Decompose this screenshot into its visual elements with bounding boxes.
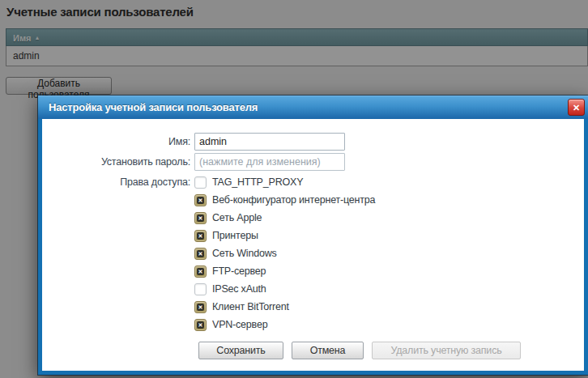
- checkbox-x-icon: ✕: [197, 214, 204, 222]
- permission-label: FTP-сервер: [212, 265, 266, 277]
- dialog-button-row: Сохранить Отмена Удалить учетную запись: [198, 342, 584, 359]
- permission-row[interactable]: ✕ TAG_HTTP_PROXY: [194, 173, 375, 191]
- access-rights-label: Права доступа:: [42, 173, 194, 333]
- cancel-button[interactable]: Отмена: [292, 342, 364, 359]
- permission-row[interactable]: ✕ Принтеры: [194, 227, 375, 244]
- permission-row[interactable]: ✕ Веб-конфигуратор интернет-центра: [194, 191, 375, 209]
- checkbox-x-icon: ✕: [197, 250, 204, 257]
- permissions-list: ✕ TAG_HTTP_PROXY ✕ Веб-конфигуратор инте…: [194, 173, 375, 333]
- permission-label: Сеть Windows: [212, 248, 277, 259]
- password-field-row: Установить пароль:: [42, 153, 584, 171]
- permission-row[interactable]: ✕ Клиент BitTorrent: [194, 298, 375, 316]
- checkbox[interactable]: ✕: [194, 212, 207, 224]
- close-icon: ✕: [573, 103, 580, 113]
- checkbox[interactable]: ✕: [194, 319, 207, 331]
- dialog-title: Настройка учетной записи пользователя: [38, 96, 588, 118]
- checkbox-x-icon: ✕: [197, 232, 204, 240]
- checkbox-x-icon: ✕: [197, 197, 204, 204]
- name-label: Имя:: [42, 133, 194, 151]
- permission-label: Принтеры: [212, 230, 258, 241]
- name-field-row: Имя:: [42, 133, 584, 151]
- checkbox[interactable]: ✕: [194, 194, 207, 206]
- permission-row[interactable]: ✕ IPSec xAuth: [194, 280, 375, 298]
- permission-row[interactable]: ✕ Сеть Windows: [194, 244, 375, 262]
- checkbox[interactable]: ✕: [194, 248, 207, 260]
- permission-label: Веб-конфигуратор интернет-центра: [212, 194, 375, 206]
- permission-label: IPSec xAuth: [212, 283, 266, 295]
- checkbox[interactable]: ✕: [194, 265, 207, 278]
- delete-account-button: Удалить учетную запись: [372, 342, 521, 359]
- checkbox-x-icon: ✕: [197, 268, 204, 275]
- password-label: Установить пароль:: [42, 153, 194, 171]
- permission-label: Сеть Apple: [212, 212, 262, 223]
- permission-label: Клиент BitTorrent: [212, 301, 289, 312]
- dialog-titlebar: Настройка учетной записи пользователя ✕: [38, 96, 588, 119]
- password-input[interactable]: [194, 153, 345, 171]
- permission-label: VPN-сервер: [212, 319, 267, 330]
- save-button[interactable]: Сохранить: [198, 342, 283, 359]
- checkbox-x-icon: ✕: [197, 304, 204, 311]
- dialog-body: Имя: Установить пароль: Права доступа: ✕…: [42, 119, 584, 371]
- close-button[interactable]: ✕: [568, 99, 585, 116]
- name-input[interactable]: [194, 133, 345, 151]
- permission-row[interactable]: ✕ VPN-сервер: [194, 316, 375, 333]
- permission-label: TAG_HTTP_PROXY: [212, 176, 303, 188]
- permission-row[interactable]: ✕ FTP-сервер: [194, 262, 375, 280]
- access-rights-row: Права доступа: ✕ TAG_HTTP_PROXY ✕ Веб-ко…: [42, 173, 584, 333]
- checkbox[interactable]: ✕: [194, 283, 207, 295]
- checkbox[interactable]: ✕: [194, 230, 207, 242]
- permission-row[interactable]: ✕ Сеть Apple: [194, 209, 375, 227]
- user-account-dialog: Настройка учетной записи пользователя ✕ …: [38, 96, 588, 375]
- checkbox[interactable]: ✕: [194, 301, 207, 313]
- checkbox-x-icon: ✕: [197, 321, 204, 329]
- checkbox[interactable]: ✕: [194, 176, 207, 189]
